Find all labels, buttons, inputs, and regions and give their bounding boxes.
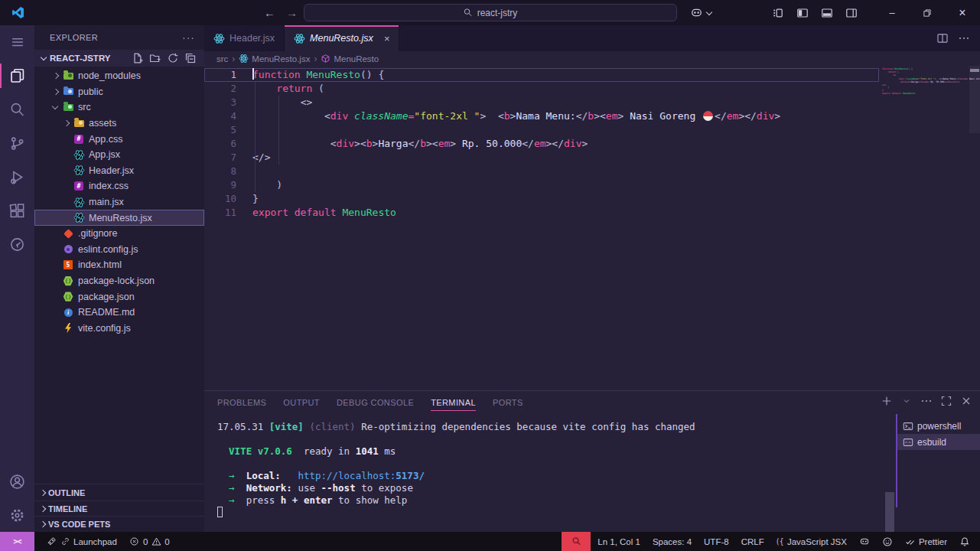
tree-item-label: package-lock.json — [78, 276, 155, 286]
nav-forward-button[interactable]: → — [286, 6, 298, 19]
bell-icon — [959, 536, 970, 547]
bolt-icon — [62, 322, 74, 334]
activity-account[interactable] — [0, 465, 34, 498]
feedback-status-item[interactable] — [877, 532, 898, 551]
close-window-button[interactable]: × — [945, 0, 980, 25]
panel-tab-debug-console[interactable]: DEBUG CONSOLE — [337, 395, 414, 410]
problems-status-item[interactable]: 0 0 — [124, 532, 175, 551]
explorer-more-actions[interactable]: ··· — [182, 31, 195, 44]
terminal-scrollbar[interactable] — [885, 492, 894, 532]
breadcrumb-MenuResto[interactable]: MenuResto — [321, 54, 379, 64]
activity-explorer[interactable] — [0, 59, 34, 93]
copilot-menu[interactable] — [690, 6, 712, 19]
run-debug-icon — [9, 169, 25, 185]
minimize-button[interactable]: – — [874, 0, 910, 25]
new-file-icon[interactable] — [132, 52, 144, 64]
terminal-output[interactable]: 17.05.31 [vite] (client) Re-optimizing d… — [204, 414, 896, 532]
section-timeline[interactable]: TIMELINE — [34, 500, 204, 517]
launchpad-status-item[interactable]: Launchpad — [41, 532, 122, 551]
notifications-status-item[interactable] — [954, 532, 975, 551]
close-tab-icon[interactable]: × — [384, 33, 390, 44]
copilot-status-item[interactable] — [854, 532, 875, 551]
tree-item-node_modules[interactable]: node_modules — [34, 68, 204, 84]
restore-button[interactable] — [910, 0, 945, 25]
ellipsis-icon[interactable] — [957, 31, 971, 45]
tree-item-vite.config.js[interactable]: vite.config.js — [34, 321, 204, 337]
activity-extensions[interactable] — [0, 194, 34, 227]
breadcrumb-MenuResto.jsx[interactable]: MenuResto.jsx — [239, 54, 310, 64]
cursor-position-status-item[interactable]: Ln 1, Col 1 — [592, 532, 646, 551]
terminal-instance-powershell[interactable]: powershell — [896, 418, 980, 434]
activity-run-debug[interactable] — [0, 160, 34, 194]
tree-item-src[interactable]: src — [34, 99, 204, 116]
refresh-icon[interactable] — [167, 52, 179, 64]
tree-item-eslint.config.js[interactable]: eslint.config.js — [34, 242, 204, 258]
editor-scrollbar[interactable] — [969, 66, 980, 133]
close-icon[interactable] — [959, 394, 972, 407]
tree-item-App.jsx[interactable]: App.jsx — [34, 147, 204, 163]
tree-item-.gitignore[interactable]: .gitignore — [34, 226, 204, 242]
panel-tab-bar: PROBLEMSOUTPUTDEBUG CONSOLETERMINALPORTS — [204, 391, 980, 414]
vscode-pets-icon — [9, 236, 25, 253]
minimap[interactable]: function MenuResto() { return ( <> <div … — [882, 68, 962, 96]
activity-search[interactable] — [0, 93, 34, 126]
breadcrumb[interactable]: src›MenuResto.jsx›MenuResto — [204, 51, 980, 66]
tree-item-public[interactable]: public — [34, 84, 204, 100]
breadcrumb-src[interactable]: src — [217, 54, 228, 64]
panel-max-icon[interactable] — [939, 394, 952, 407]
code-editor[interactable]: 1function MenuResto() {2 return (3 <>4 <… — [204, 66, 980, 390]
activity-source-control[interactable] — [0, 126, 34, 160]
activity-menu[interactable] — [0, 25, 34, 59]
tree-item-MenuResto.jsx[interactable]: MenuResto.jsx — [34, 210, 204, 226]
tree-item-index.html[interactable]: 5index.html — [34, 257, 204, 273]
tree-item-Header.jsx[interactable]: Header.jsx — [34, 163, 204, 179]
indentation-status-item[interactable]: Spaces: 4 — [647, 532, 697, 551]
toggle-panel-icon[interactable] — [818, 4, 836, 22]
eol-status-item[interactable]: CRLF — [736, 532, 770, 551]
source-control-icon — [9, 135, 25, 152]
toggle-secondary-sidebar-icon[interactable] — [842, 4, 861, 22]
encoding-status-item[interactable]: UTF-8 — [698, 532, 734, 551]
tree-item-index.css[interactable]: #index.css — [34, 178, 204, 194]
collapse-all-icon[interactable] — [184, 52, 197, 64]
terminal-instance-esbuild[interactable]: esbuild — [896, 434, 980, 450]
panel-tab-terminal[interactable]: TERMINAL — [431, 395, 476, 410]
panel-tab-problems[interactable]: PROBLEMS — [217, 395, 266, 410]
tab-Header.jsx[interactable]: Header.jsx — [204, 25, 285, 51]
explorer-sidebar: EXPLORER ··· REACT-JSTRY node_modulespub… — [34, 25, 204, 532]
tree-item-App.css[interactable]: #App.css — [34, 131, 204, 147]
tab-MenuResto.jsx[interactable]: MenuResto.jsx× — [285, 25, 399, 51]
nav-back-button[interactable]: ← — [264, 6, 275, 19]
command-center-search[interactable]: react-jstry — [304, 4, 677, 21]
tree-item-main.jsx[interactable]: main.jsx — [34, 194, 204, 210]
chevron-placeholder — [51, 277, 59, 285]
tree-item-package.json[interactable]: {}package.json — [34, 289, 204, 305]
ellipsis-icon[interactable] — [920, 394, 933, 407]
toggle-sidebar-icon[interactable] — [793, 4, 812, 22]
tree-item-label: Header.jsx — [89, 165, 134, 176]
new-folder-icon[interactable] — [149, 52, 161, 64]
tree-item-label: package.json — [78, 292, 135, 302]
terminal-line — [217, 507, 896, 519]
remote-indicator[interactable]: >< — [0, 532, 34, 551]
line-number: 8 — [204, 165, 236, 178]
activity-vscode-pets[interactable] — [0, 227, 34, 261]
activity-settings[interactable] — [0, 498, 34, 532]
tree-item-assets[interactable]: assets — [34, 116, 204, 132]
plus-icon[interactable] — [880, 394, 893, 407]
tree-item-README.md[interactable]: iREADME.md — [34, 305, 204, 321]
workspace-root-row[interactable]: REACT-JSTRY — [34, 50, 204, 67]
split-editor-icon[interactable] — [936, 31, 949, 45]
customize-layout-icon[interactable] — [769, 4, 787, 22]
language-mode-status-item[interactable]: ({ JavaScript JSX — [771, 532, 852, 551]
section-outline[interactable]: OUTLINE — [34, 484, 204, 500]
panel-tab-output[interactable]: OUTPUT — [283, 395, 320, 410]
tree-item-label: src — [78, 102, 91, 112]
vscode-window: { "title_bar": { "search_value": "react-… — [0, 0, 980, 551]
prettier-status-item[interactable]: Prettier — [900, 532, 952, 551]
section-vs-code-pets[interactable]: VS CODE PETS — [34, 516, 204, 532]
tree-item-package-lock.json[interactable]: {}package-lock.json — [34, 273, 204, 289]
panel-tab-ports[interactable]: PORTS — [493, 395, 523, 410]
chevron-down-icon[interactable] — [900, 394, 913, 407]
screen-reader-status-item[interactable] — [562, 532, 591, 551]
